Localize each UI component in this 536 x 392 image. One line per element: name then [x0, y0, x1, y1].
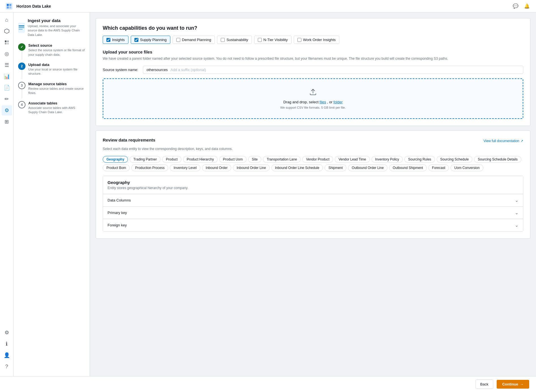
svg-rect-2 — [9, 4, 11, 6]
step-1-desc: Select the source system or file format … — [28, 48, 85, 57]
sidebar-document[interactable]: 📄 — [2, 83, 12, 93]
entity-sourcing-schedule-details[interactable]: Sourcing Schedule Details — [474, 156, 521, 163]
sidebar-layers[interactable] — [2, 37, 12, 48]
capability-n-tier-checkbox[interactable] — [258, 38, 262, 42]
entity-inbound-order-line[interactable]: Inbound Order Line — [233, 164, 269, 171]
svg-rect-9 — [7, 43, 9, 44]
entity-sourcing-rules[interactable]: Sourcing Rules — [404, 156, 435, 163]
sidebar-settings[interactable]: ⚙ — [2, 105, 12, 115]
svg-rect-6 — [5, 40, 7, 42]
entity-product[interactable]: Product — [162, 156, 181, 163]
svg-rect-1 — [7, 4, 9, 6]
entity-product-hierarchy[interactable]: Product Hierarchy — [183, 156, 218, 163]
svg-rect-12 — [19, 29, 23, 30]
main-layout: ⌂ ◎ ☰ 📊 📄 ✏ ⚙ ⊞ ⚙ ℹ 👤 ? I — [0, 12, 536, 376]
steps-header-desc: Upload, review, and associate your sourc… — [28, 24, 85, 37]
upload-icon — [112, 88, 514, 98]
sidebar-info[interactable]: ℹ — [2, 339, 12, 349]
sidebar-list[interactable]: ☰ — [2, 60, 12, 70]
top-nav: Horizon Data Lake 💬 🔔 — [0, 0, 536, 12]
step-2: 2 Upload data Use your local or source s… — [18, 60, 85, 79]
accordion-data-columns[interactable]: Data Columns ⌄ — [103, 194, 523, 206]
capability-sustainability[interactable]: Sustainability — [217, 36, 252, 44]
source-system-value: othersources — [147, 68, 168, 72]
entity-inventory-level[interactable]: Inventory Level — [170, 164, 200, 171]
step-1: ✓ Select source Select the source system… — [18, 40, 85, 60]
sidebar-packages[interactable] — [2, 26, 12, 36]
entity-inbound-order[interactable]: Inbound Order — [202, 164, 231, 171]
files-link[interactable]: files — [320, 100, 326, 104]
steps-header-text: Ingest your data Upload, review, and ass… — [28, 18, 85, 37]
entity-outbound-order-line[interactable]: Outbound Order Line — [348, 164, 387, 171]
steps-header-icon — [18, 23, 25, 33]
sidebar-grid[interactable]: ⊞ — [2, 117, 12, 127]
steps-header: Ingest your data Upload, review, and ass… — [18, 18, 85, 37]
entity-sourcing-schedule[interactable]: Sourcing Schedule — [437, 156, 473, 163]
accordion-primary-key-chevron: ⌄ — [515, 210, 518, 215]
bottom-bar: Back Continue → — [0, 376, 536, 392]
entity-geography[interactable]: Geography — [103, 156, 128, 163]
view-docs-link[interactable]: View full documentation ↗ — [483, 139, 523, 143]
app-title: Horizon Data Lake — [16, 4, 51, 8]
folder-link[interactable]: folder — [333, 100, 343, 104]
step-1-content: Select source Select the source system o… — [28, 43, 85, 57]
sidebar-location[interactable]: ◎ — [2, 49, 12, 59]
entity-vendor-lead-time[interactable]: Vendor Lead Time — [335, 156, 370, 163]
accordion-primary-key[interactable]: Primary key ⌄ — [103, 206, 523, 219]
sidebar-home[interactable]: ⌂ — [2, 15, 12, 25]
capability-demand-planning[interactable]: Demand Planning — [173, 36, 215, 44]
capability-supply-planning-checkbox[interactable] — [134, 38, 138, 42]
svg-rect-3 — [7, 7, 9, 8]
review-header: Review data requirements View full docum… — [103, 138, 523, 144]
steps-panel: Ingest your data Upload, review, and ass… — [14, 12, 90, 376]
capability-insights[interactable]: Insights — [103, 36, 128, 44]
entity-outbound-shipment[interactable]: Outbound Shipment — [389, 164, 427, 171]
entity-shipment[interactable]: Shipment — [325, 164, 346, 171]
sidebar-person[interactable]: 👤 — [2, 350, 12, 360]
capability-sustainability-checkbox[interactable] — [221, 38, 225, 42]
step-1-title: Select source — [28, 43, 85, 48]
accordion-foreign-key[interactable]: Foreign key ⌄ — [103, 219, 523, 231]
sidebar-settings-bottom[interactable]: ⚙ — [2, 327, 12, 338]
entity-inbound-order-line-schedule[interactable]: Inbound Order Line Schedule — [271, 164, 323, 171]
entity-product-bom[interactable]: Product Bom — [103, 164, 130, 171]
capability-n-tier[interactable]: N-Tier Visibility — [254, 36, 291, 44]
external-link-icon: ↗ — [520, 139, 523, 143]
step-4-number: 4 — [18, 101, 25, 108]
sidebar-bottom: ⚙ ℹ 👤 ? — [2, 327, 12, 374]
sidebar-chart[interactable]: 📊 — [2, 71, 12, 82]
geography-detail: Geography Entity stores geographical hie… — [103, 176, 523, 232]
entity-production-process[interactable]: Production Process — [131, 164, 168, 171]
svg-marker-5 — [5, 29, 9, 33]
entity-site[interactable]: Site — [248, 156, 261, 163]
entity-product-uom[interactable]: Product Uom — [219, 156, 246, 163]
geography-detail-header: Geography Entity stores geographical hie… — [103, 176, 523, 194]
entity-vendor-product[interactable]: Vendor Product — [302, 156, 333, 163]
source-system-row: Source system name: othersources Add a s… — [103, 66, 523, 74]
capability-supply-planning[interactable]: Supply Planning — [131, 36, 170, 44]
capability-work-order[interactable]: Work Order Insights — [294, 36, 339, 44]
accordion-foreign-key-chevron: ⌄ — [515, 222, 518, 228]
chat-button[interactable]: 💬 — [511, 2, 520, 11]
geography-detail-title: Geography — [108, 180, 518, 185]
source-system-input-display[interactable]: othersources Add a suffix (optional) — [143, 66, 523, 74]
entity-forecast[interactable]: Forecast — [428, 164, 449, 171]
notifications-button[interactable]: 🔔 — [522, 2, 531, 11]
entity-uom-conversion[interactable]: Uom Conversion — [451, 164, 483, 171]
back-button[interactable]: Back — [475, 380, 493, 389]
left-sidebar: ⌂ ◎ ☰ 📊 📄 ✏ ⚙ ⊞ ⚙ ℹ 👤 ? — [0, 12, 14, 376]
upload-section-desc: We have created a parent folder named af… — [103, 56, 523, 61]
entity-transportation-lane[interactable]: Transportation Lane — [263, 156, 301, 163]
capability-work-order-checkbox[interactable] — [297, 38, 301, 42]
entity-inventory-policy[interactable]: Inventory Policy — [372, 156, 403, 163]
capability-demand-planning-checkbox[interactable] — [176, 38, 180, 42]
continue-button[interactable]: Continue → — [497, 380, 529, 389]
step-4: 4 Associate tables Associate source tabl… — [18, 98, 85, 117]
drop-zone-sub: We support CSV file formats. 5 GB limit … — [112, 106, 514, 109]
capability-insights-checkbox[interactable] — [106, 38, 110, 42]
step-2-content: Upload data Use your local or source sys… — [28, 63, 85, 76]
sidebar-question[interactable]: ? — [2, 361, 12, 372]
sidebar-pen[interactable]: ✏ — [2, 94, 12, 104]
entity-trading-partner[interactable]: Trading Partner — [130, 156, 160, 163]
drop-zone[interactable]: Drag and drop, select files , or folder … — [103, 78, 523, 119]
